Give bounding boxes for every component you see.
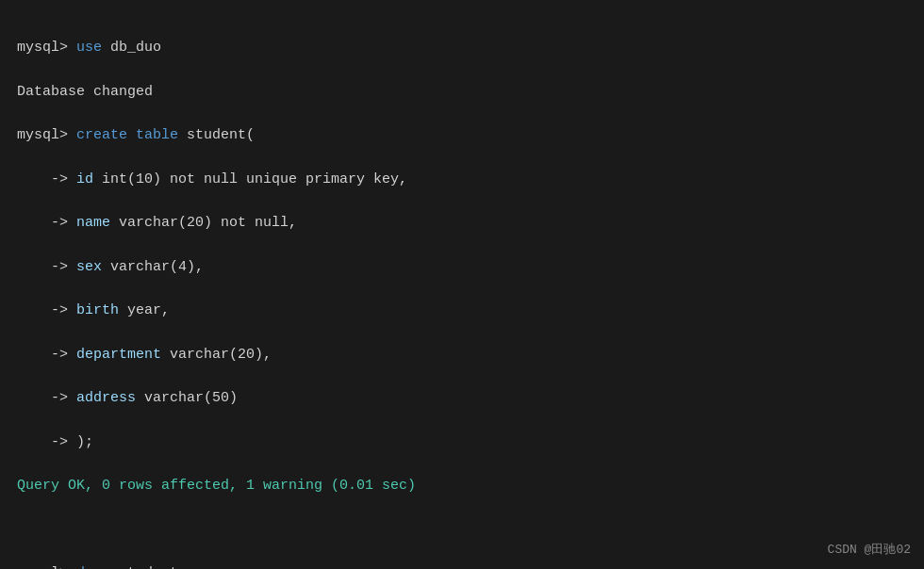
watermark: CSDN @田驰02 <box>828 541 911 558</box>
line-4: -> id int(10) not null unique primary ke… <box>17 169 907 190</box>
arrow-4: -> <box>17 171 76 187</box>
cmd-dbname: db_duo <box>102 40 161 56</box>
line-10: -> ); <box>17 431 907 453</box>
arrow-5: -> <box>17 215 76 231</box>
arrow-10: -> ); <box>17 434 93 450</box>
arrow-7: -> <box>17 302 76 318</box>
line-2: Database changed <box>17 81 907 103</box>
field-address-type: varchar(50) <box>136 390 238 406</box>
line-12 <box>17 519 907 541</box>
line-8: -> department varchar(20), <box>17 344 907 366</box>
arrow-6: -> <box>17 259 76 275</box>
prompt-1: mysql> <box>17 40 76 56</box>
arrow-8: -> <box>17 347 76 363</box>
field-name: name <box>76 215 110 231</box>
db-changed-msg: Database changed <box>17 84 153 100</box>
cmd-create: create table <box>76 127 178 143</box>
field-birth: birth <box>76 302 119 318</box>
line-6: -> sex varchar(4), <box>17 256 907 278</box>
line-1: mysql> use db_duo <box>17 37 907 58</box>
line-9: -> address varchar(50) <box>17 387 907 409</box>
line-7: -> birth year, <box>17 300 907 321</box>
query-ok-msg: Query OK, 0 rows affected, 1 warning (0.… <box>17 478 416 494</box>
prompt-3: mysql> <box>17 127 76 143</box>
line-3: mysql> create table student( <box>17 124 907 146</box>
field-sex: sex <box>76 259 102 275</box>
field-id-type: int(10) not null unique primary key, <box>93 171 407 187</box>
prompt-13: mysql> <box>17 565 76 569</box>
field-birth-type: year, <box>119 302 170 318</box>
table-name-student: student( <box>178 127 255 143</box>
field-address: address <box>76 390 136 406</box>
field-name-type: varchar(20) not null, <box>110 215 297 231</box>
terminal-window: mysql> use db_duo Database changed mysql… <box>0 0 924 569</box>
field-department: department <box>76 347 161 363</box>
line-5: -> name varchar(20) not null, <box>17 212 907 234</box>
field-sex-type: varchar(4), <box>102 259 204 275</box>
arrow-9: -> <box>17 390 76 406</box>
line-13: mysql> desc student; <box>17 562 907 569</box>
field-id: id <box>76 171 93 187</box>
field-department-type: varchar(20), <box>161 347 272 363</box>
cmd-use: use <box>76 40 102 56</box>
line-11: Query OK, 0 rows affected, 1 warning (0.… <box>17 475 907 496</box>
desc-target: student; <box>110 565 187 569</box>
cmd-desc: desc <box>76 565 110 569</box>
